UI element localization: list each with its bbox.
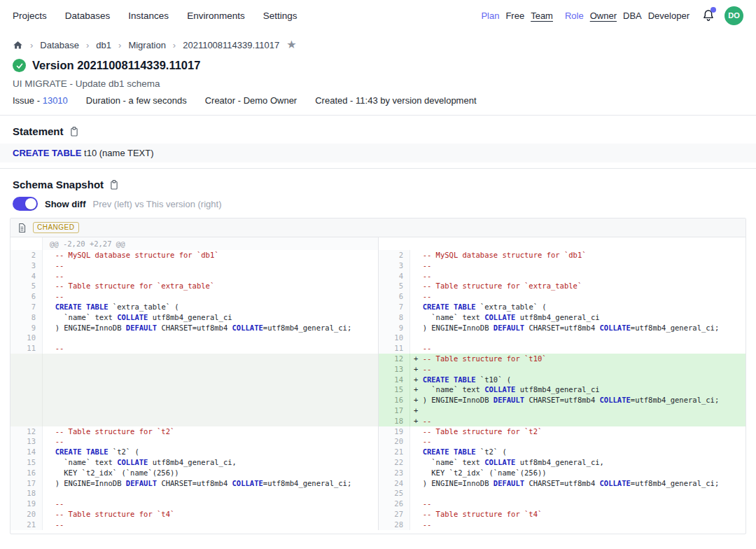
diff-line-code-right: + -- — [410, 364, 746, 375]
home-icon[interactable] — [13, 40, 23, 50]
favorite-star-icon[interactable]: ★ — [286, 39, 296, 50]
diff-line-number-right: 2 — [378, 250, 410, 260]
diff-line-number-right: 17 — [378, 405, 410, 416]
diff-line-code-right: + `name` text COLLATE utf8mb4_general_ci — [410, 384, 746, 395]
plan-option-team[interactable]: Team — [531, 11, 553, 21]
notification-bell-icon[interactable] — [701, 8, 715, 22]
diff-line-number-right: 16 — [378, 395, 410, 405]
diff-line-number-left — [10, 237, 43, 250]
meta-created: Created - 11:43 by version development — [315, 95, 476, 106]
issue-link[interactable]: 13010 — [43, 95, 68, 106]
diff-line-number-right: 22 — [378, 457, 410, 468]
success-check-icon — [13, 59, 26, 72]
diff-line-code-left: -- Table structure for `t2` — [43, 426, 378, 437]
diff-hint: Prev (left) vs This version (right) — [93, 199, 222, 209]
diff-line-code-right: CREATE TABLE `t2` ( — [410, 447, 746, 457]
diff-line-number-right: 11 — [378, 343, 410, 354]
diff-line-number-right: 20 — [378, 436, 410, 447]
chevron-separator: › — [173, 40, 176, 50]
role-option-dba[interactable]: DBA — [623, 11, 642, 21]
diff-line-number-left — [10, 395, 43, 405]
diff-line-number-left — [10, 405, 43, 416]
diff-grid: @@ -2,20 +2,27 @@2 -- MySQL database str… — [10, 237, 746, 530]
diff-line-number-right: 3 — [378, 260, 410, 271]
divider — [0, 115, 756, 116]
nav-item-environments[interactable]: Environments — [187, 11, 245, 21]
diff-line-number-right: 19 — [378, 426, 410, 437]
diff-toggle-row: Show diff Prev (left) vs This version (r… — [13, 197, 743, 211]
diff-line-code-right: -- — [410, 499, 746, 509]
page-title: Version 20211008114339.11017 — [32, 59, 200, 72]
migration-subtitle: UI MIGRATE - Update db1 schema — [13, 78, 743, 89]
nav-item-databases[interactable]: Databases — [65, 11, 111, 21]
diff-line-code-left: -- MySQL database structure for `db1` — [43, 250, 378, 260]
diff-line-number-right: 15 — [378, 384, 410, 395]
diff-line-code-right: -- — [410, 291, 746, 302]
schema-diff-viewer: CHANGED @@ -2,20 +2,27 @@2 -- MySQL data… — [10, 218, 746, 534]
copy-snapshot-icon[interactable] — [109, 179, 119, 190]
diff-line-number-left: 10 — [10, 333, 43, 343]
breadcrumb: › Database › db1 › Migration › 202110081… — [13, 39, 743, 50]
diff-line-code-left — [43, 364, 378, 375]
copy-statement-icon[interactable] — [69, 126, 79, 137]
diff-line-number-left: 12 — [10, 426, 43, 437]
version-header: Version 20211008114339.11017 — [13, 59, 743, 72]
chevron-separator: › — [118, 40, 121, 50]
nav-item-instances[interactable]: Instances — [128, 11, 169, 21]
nav-item-settings[interactable]: Settings — [263, 11, 298, 21]
meta-creator: Creator - Demo Owner — [205, 95, 298, 106]
show-diff-toggle[interactable] — [13, 197, 38, 211]
breadcrumb-database[interactable]: Database — [40, 40, 79, 50]
diff-line-number-right: 27 — [378, 509, 410, 520]
diff-line-code-left: CREATE TABLE `t2` ( — [43, 447, 378, 457]
diff-line-code-left: KEY `t2_idx` (`name`(256)) — [43, 468, 378, 478]
diff-line-code-left: @@ -2,20 +2,27 @@ — [43, 237, 378, 250]
diff-line-code-left: -- Table structure for `t4` — [43, 509, 378, 520]
diff-line-number-left: 9 — [10, 323, 43, 333]
diff-line-code-right: -- — [410, 520, 746, 530]
diff-line-number-left: 15 — [10, 457, 43, 468]
diff-line-code-right: CREATE TABLE `extra_table` ( — [410, 302, 746, 312]
diff-line-code-left: ) ENGINE=InnoDB DEFAULT CHARSET=utf8mb4 … — [43, 323, 378, 333]
avatar[interactable]: DO — [724, 6, 743, 25]
diff-line-code-right — [410, 333, 746, 343]
diff-line-code-right: -- — [410, 260, 746, 271]
meta-duration: Duration - a few seconds — [86, 95, 187, 106]
breadcrumb-migration[interactable]: Migration — [128, 40, 165, 50]
diff-line-code-right: -- — [410, 343, 746, 354]
diff-line-number-right: 8 — [378, 312, 410, 323]
diff-line-number-left: 3 — [10, 260, 43, 271]
breadcrumb-version[interactable]: 20211008114339.11017 — [183, 40, 279, 50]
diff-line-number-left — [10, 375, 43, 385]
diff-line-number-right: 23 — [378, 468, 410, 478]
diff-line-number-right: 4 — [378, 271, 410, 282]
diff-line-code-right: -- MySQL database structure for `db1` — [410, 250, 746, 260]
snapshot-section-header: Schema Snapshot — [13, 179, 743, 190]
file-icon — [18, 223, 27, 233]
diff-line-code-left: -- — [43, 271, 378, 282]
diff-line-code-right: + — [410, 405, 746, 416]
plan-label: Plan — [481, 11, 499, 21]
diff-line-code-right: -- Table structure for `t4` — [410, 509, 746, 520]
diff-line-code-left: -- — [43, 291, 378, 302]
breadcrumb-db1[interactable]: db1 — [96, 40, 111, 50]
diff-line-code-left: -- — [43, 343, 378, 354]
chevron-separator: › — [30, 40, 33, 50]
diff-line-code-right: KEY `t2_idx` (`name`(256)) — [410, 468, 746, 478]
diff-line-code-left: -- Table structure for `extra_table` — [43, 281, 378, 291]
diff-line-code-right: + -- Table structure for `t10` — [410, 354, 746, 364]
diff-line-code-left — [43, 416, 378, 426]
diff-line-number-left: 8 — [10, 312, 43, 323]
role-option-developer[interactable]: Developer — [648, 11, 690, 21]
snapshot-heading: Schema Snapshot — [13, 179, 104, 190]
plan-option-free[interactable]: Free — [505, 11, 524, 21]
diff-line-code-right: -- Table structure for `t2` — [410, 426, 746, 437]
diff-line-code-left — [43, 333, 378, 343]
diff-line-code-left: CREATE TABLE `extra_table` ( — [43, 302, 378, 312]
diff-line-code-left: `name` text COLLATE utf8mb4_general_ci — [43, 312, 378, 323]
nav-item-projects[interactable]: Projects — [13, 11, 47, 21]
statement-section-header: Statement — [13, 125, 743, 137]
role-option-owner[interactable]: Owner — [590, 11, 617, 21]
diff-line-number-right: 12 — [378, 354, 410, 364]
diff-line-number-right — [378, 237, 410, 250]
